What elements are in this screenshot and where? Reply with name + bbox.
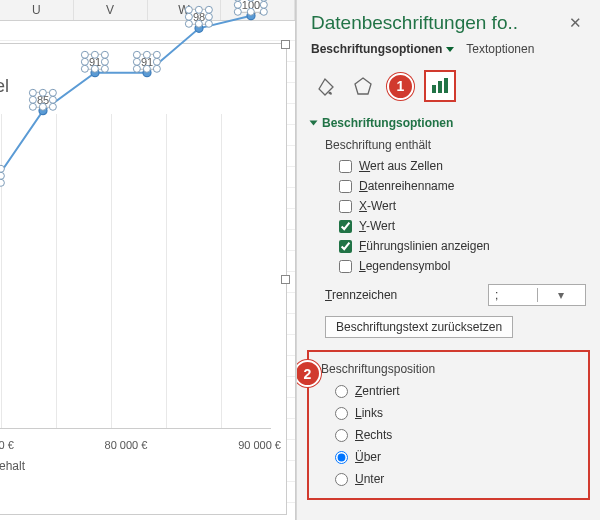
- x-axis-labels: 60 000 € 80 000 € 90 000 €: [0, 439, 281, 451]
- close-icon[interactable]: ✕: [565, 10, 586, 36]
- tab-label-options[interactable]: Beschriftungsoptionen: [311, 42, 454, 56]
- chart-title[interactable]: mmtitel: [0, 76, 9, 97]
- lbl-x-value[interactable]: X-Wert: [359, 199, 396, 213]
- label-position-head: Beschriftungsposition: [317, 358, 580, 380]
- data-label[interactable]: 98: [188, 9, 210, 25]
- lbl-y-value[interactable]: Y-Wert: [359, 219, 395, 233]
- resize-handle[interactable]: [281, 40, 290, 49]
- cb-series-name[interactable]: [339, 180, 352, 193]
- collapse-icon: [310, 121, 318, 126]
- col-V[interactable]: V: [74, 0, 148, 20]
- cb-leader-lines[interactable]: [339, 240, 352, 253]
- lbl-pos-right[interactable]: Rechts: [355, 428, 392, 442]
- lbl-pos-center[interactable]: Zentriert: [355, 384, 400, 398]
- annotation-badge-1: 1: [387, 73, 414, 100]
- lbl-value-from-cells[interactable]: Wert aus Zellen: [359, 159, 443, 173]
- lbl-leader-lines[interactable]: Führungslinien anzeigen: [359, 239, 490, 253]
- label-options-icon[interactable]: [424, 70, 456, 102]
- svg-rect-7: [432, 85, 436, 93]
- svg-rect-8: [438, 81, 442, 93]
- cb-legend-key[interactable]: [339, 260, 352, 273]
- data-label[interactable]: 85: [32, 91, 54, 107]
- tab-text-options[interactable]: Textoptionen: [466, 42, 534, 56]
- rb-above[interactable]: [335, 451, 348, 464]
- effects-icon[interactable]: [349, 72, 377, 100]
- rb-below[interactable]: [335, 473, 348, 486]
- rb-left[interactable]: [335, 407, 348, 420]
- line-series[interactable]: [0, 114, 271, 429]
- rb-center[interactable]: [335, 385, 348, 398]
- lbl-pos-left[interactable]: Links: [355, 406, 383, 420]
- chevron-down-icon: [446, 47, 454, 52]
- plot-area[interactable]: 60 000 € 80 000 € 90 000 € ches Gehalt 7…: [0, 114, 271, 429]
- embedded-chart[interactable]: mmtitel 60 000 € 80 000 € 90 000 € ches …: [0, 43, 287, 515]
- data-label[interactable]: 100: [237, 0, 265, 12]
- lbl-pos-below[interactable]: Unter: [355, 472, 384, 486]
- separator-label: Trennzeichen: [325, 288, 397, 302]
- label-contains-head: Beschriftung enthält: [311, 134, 586, 156]
- lbl-legend-key[interactable]: Legendensymbol: [359, 259, 450, 273]
- separator-combo[interactable]: ;▾: [488, 284, 586, 306]
- label-position-group: 2 Beschriftungsposition Zentriert Links …: [307, 350, 590, 500]
- pane-title: Datenbeschriftungen fo..: [311, 12, 518, 34]
- lbl-pos-above[interactable]: Über: [355, 450, 381, 464]
- rb-right[interactable]: [335, 429, 348, 442]
- data-label[interactable]: 91: [136, 53, 158, 69]
- format-pane: Datenbeschriftungen fo.. ✕ Beschriftungs…: [296, 0, 600, 520]
- chevron-down-icon: ▾: [537, 288, 586, 302]
- section-label-options[interactable]: Beschriftungsoptionen: [311, 112, 586, 134]
- lbl-series-name[interactable]: Datenreihenname: [359, 179, 454, 193]
- svg-rect-9: [444, 78, 448, 93]
- fill-line-icon[interactable]: [311, 72, 339, 100]
- col-U[interactable]: U: [0, 0, 74, 20]
- data-label[interactable]: 91: [84, 53, 106, 69]
- cb-value-from-cells[interactable]: [339, 160, 352, 173]
- x-axis-title[interactable]: ches Gehalt: [0, 459, 25, 473]
- data-label[interactable]: 73: [0, 167, 2, 183]
- resize-handle[interactable]: [281, 275, 290, 284]
- reset-label-text-button[interactable]: Beschriftungstext zurücksetzen: [325, 316, 513, 338]
- worksheet-area[interactable]: U V W X mmtitel: [0, 0, 296, 520]
- cb-x-value[interactable]: [339, 200, 352, 213]
- svg-marker-6: [355, 78, 371, 94]
- cb-y-value[interactable]: [339, 220, 352, 233]
